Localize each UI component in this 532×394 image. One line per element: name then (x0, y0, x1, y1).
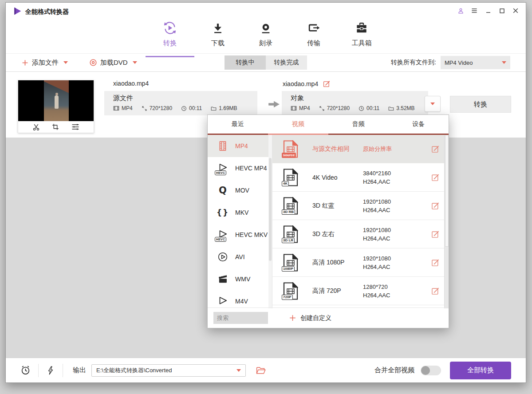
transfer-icon (307, 21, 321, 35)
duration-clock-icon (181, 106, 187, 111)
trim-icon[interactable] (32, 123, 40, 131)
format-item-hevc-mkv[interactable]: HEVC HEVC MKV (208, 224, 272, 246)
output-format-select[interactable]: MP4 Video (441, 56, 510, 69)
nav-tab-transfer[interactable]: 传输 (296, 19, 331, 50)
edit-preset-icon[interactable] (431, 287, 440, 296)
target-panel-title: 对象 (291, 94, 428, 102)
edit-preset-icon[interactable] (431, 145, 440, 154)
preset-file-icon: 3D LR (283, 225, 298, 243)
format-item-wmv[interactable]: WMV (208, 268, 272, 290)
preset-file-icon: 1080P (283, 254, 298, 272)
preset-row-4k[interactable]: 4K 4K Video 3840*2160H264,AAC (272, 163, 449, 192)
preset-file-icon: source (283, 140, 298, 158)
file-size-folder-icon (388, 106, 394, 111)
create-custom-button[interactable]: 创建自定义 (289, 314, 331, 322)
convert-icon (162, 21, 177, 35)
app-title: 全能格式转换器 (25, 8, 69, 16)
nav-tab-download[interactable]: 下载 (200, 19, 236, 50)
popup-tab-device[interactable]: 设备 (388, 115, 449, 135)
effects-sliders-icon[interactable] (71, 122, 80, 131)
close-button[interactable] (512, 7, 520, 15)
preset-row-1080p[interactable]: 1080P 高清 1080P 1920*1080H264,AAC (272, 248, 449, 277)
preset-file-icon: 3D RB (283, 197, 298, 215)
nav-label: 转换 (163, 39, 177, 47)
minimize-button[interactable] (484, 7, 492, 15)
chevron-down-icon (236, 369, 241, 372)
thumbnail-image (18, 80, 94, 121)
mkv-braces-icon: {} (217, 206, 229, 219)
popup-tab-recent[interactable]: 最近 (208, 115, 268, 135)
format-list-scrollbar[interactable] (268, 135, 272, 308)
format-item-mkv[interactable]: {} MKV (208, 201, 272, 224)
bottom-bar: 输出 E:\全能格式转换器\Converted 合并全部视频 全部转换 (6, 358, 526, 382)
popup-tab-video[interactable]: 视频 (268, 115, 328, 135)
preset-file-icon: 720P (283, 282, 298, 300)
nav-label: 传输 (307, 39, 320, 47)
edit-preset-icon[interactable] (431, 201, 440, 210)
source-file-name: xiaodao.mp4 (113, 80, 149, 87)
app-logo-icon (13, 7, 22, 16)
search-input[interactable] (213, 312, 268, 324)
format-item-mov[interactable]: Q MOV (208, 179, 272, 201)
high-speed-bolt-icon[interactable] (46, 366, 55, 375)
source-panel-title: 源文件 (113, 94, 257, 102)
edit-preset-icon[interactable] (431, 173, 440, 182)
preset-file-icon: 4K (283, 169, 298, 186)
crop-icon[interactable] (51, 123, 59, 131)
nav-tab-toolbox[interactable]: 工具箱 (344, 19, 379, 50)
format-item-mp4[interactable]: MP4 (208, 135, 272, 157)
maximize-button[interactable] (498, 7, 506, 15)
app-window: 全能格式转换器 转换 下载 刻录 (5, 2, 526, 383)
hevc-play-icon: HEVC (217, 162, 229, 174)
nav-tab-convert[interactable]: 转换 (152, 19, 188, 50)
edit-preset-icon[interactable] (431, 230, 440, 239)
output-path-select[interactable]: E:\全能格式转换器\Converted (91, 364, 246, 377)
target-file-name: xiaodao.mp4 (283, 80, 318, 87)
schedule-alarm-icon[interactable] (20, 365, 31, 376)
menu-icon[interactable] (470, 7, 478, 15)
output-label: 输出 (73, 366, 86, 374)
nav-label: 刻录 (259, 39, 272, 47)
chevron-down-icon (502, 61, 506, 64)
target-format-dropdown-button[interactable] (425, 96, 441, 112)
main-nav: 转换 下载 刻录 传输 工具箱 (6, 16, 526, 53)
preset-list-scrollbar[interactable] (444, 135, 449, 308)
source-to-target-arrow-icon (268, 99, 281, 109)
format-item-hevc-mp4[interactable]: HEVC HEVC MP4 (208, 157, 272, 179)
source-info-panel: 源文件 MP4 720*1280 00:11 1.69MB (104, 91, 257, 115)
popup-tab-audio[interactable]: 音频 (328, 115, 389, 135)
plus-icon (289, 314, 296, 322)
preset-row-same-as-source[interactable]: source 与源文件相同 原始分辨率 (272, 135, 449, 163)
merge-all-label: 合并全部视频 (374, 366, 414, 374)
open-output-folder-icon[interactable] (256, 365, 266, 376)
format-icon (291, 105, 297, 111)
toolbox-icon (355, 21, 369, 35)
load-dvd-button[interactable]: 加载DVD (89, 59, 137, 67)
format-list: MP4 HEVC HEVC MP4 Q MOV {} MKV HEVC HEVC… (208, 135, 272, 308)
rename-edit-icon[interactable] (323, 80, 331, 88)
convert-all-button[interactable]: 全部转换 (450, 362, 511, 379)
preset-row-720p[interactable]: 720P 高清 720P 1280*720H264,AAC (272, 277, 449, 305)
nav-tab-burn[interactable]: 刻录 (248, 19, 284, 50)
tab-converting[interactable]: 转换中 (225, 55, 266, 70)
mp4-filmstrip-icon (217, 140, 229, 152)
tab-finished[interactable]: 转换完成 (266, 55, 307, 70)
format-item-avi[interactable]: AVI (208, 246, 272, 268)
divider (63, 364, 63, 377)
nav-label: 下载 (211, 39, 225, 47)
video-thumbnail[interactable] (18, 80, 94, 133)
account-icon[interactable] (457, 7, 465, 15)
wmv-clapperboard-icon (217, 273, 229, 285)
convert-row-button[interactable]: 转换 (450, 96, 511, 113)
avi-play-circle-icon (217, 251, 229, 263)
preset-row-3d-lr[interactable]: 3D LR 3D 左右 1920*1080H264,AAC (272, 220, 449, 248)
edit-preset-icon[interactable] (431, 258, 440, 267)
format-icon (113, 105, 119, 111)
format-item-m4v[interactable]: M4V (208, 290, 272, 308)
dvd-icon (89, 59, 97, 67)
target-info-panel: 对象 MP4 720*1280 00:11 3.52MB (282, 91, 428, 115)
preset-row-3d-rb[interactable]: 3D RB 3D 红蓝 1920*1080H264,AAC (272, 192, 449, 220)
add-files-button[interactable]: 添加文件 (21, 59, 68, 67)
burn-disc-icon (259, 21, 272, 35)
merge-all-toggle[interactable] (421, 366, 441, 375)
